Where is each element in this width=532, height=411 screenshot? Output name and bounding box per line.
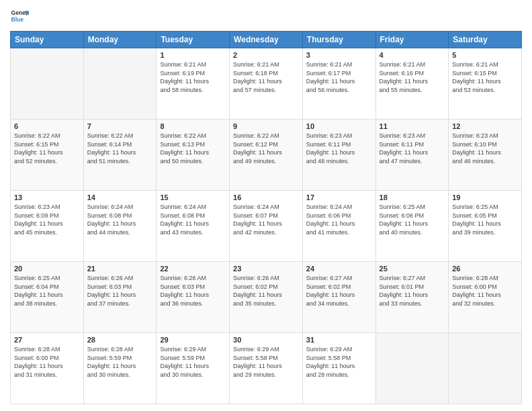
day-number: 14: [87, 193, 153, 201]
calendar-cell: 22Sunrise: 6:26 AMSunset: 6:03 PMDayligh…: [157, 262, 230, 333]
day-info: Sunrise: 6:23 AMSunset: 6:10 PMDaylight:…: [452, 132, 518, 165]
calendar-cell: 11Sunrise: 6:23 AMSunset: 6:11 PMDayligh…: [375, 120, 449, 191]
day-header-thursday: Thursday: [302, 32, 375, 48]
day-number: 6: [14, 122, 80, 130]
day-info: Sunrise: 6:27 AMSunset: 6:01 PMDaylight:…: [380, 274, 445, 308]
calendar-week-row: 6Sunrise: 6:22 AMSunset: 6:15 PMDaylight…: [11, 120, 522, 191]
day-info: Sunrise: 6:23 AMSunset: 6:11 PMDaylight:…: [380, 132, 445, 165]
calendar-cell: 10Sunrise: 6:23 AMSunset: 6:11 PMDayligh…: [302, 120, 375, 191]
calendar-cell: [83, 48, 157, 120]
calendar-cell: 9Sunrise: 6:22 AMSunset: 6:12 PMDaylight…: [230, 120, 303, 191]
calendar-cell: 1Sunrise: 6:21 AMSunset: 6:19 PMDaylight…: [157, 48, 230, 120]
day-info: Sunrise: 6:21 AMSunset: 6:19 PMDaylight:…: [160, 60, 226, 94]
day-number: 16: [233, 193, 299, 201]
calendar-cell: 2Sunrise: 6:21 AMSunset: 6:18 PMDaylight…: [230, 48, 303, 120]
day-info: Sunrise: 6:23 AMSunset: 6:09 PMDaylight:…: [14, 203, 80, 236]
day-number: 12: [452, 122, 518, 130]
logo: General Blue: [10, 7, 29, 26]
calendar-cell: [375, 333, 449, 404]
day-number: 26: [452, 265, 518, 273]
calendar-cell: 17Sunrise: 6:24 AMSunset: 6:06 PMDayligh…: [302, 191, 375, 262]
day-number: 11: [380, 122, 445, 130]
day-number: 31: [306, 336, 372, 344]
day-info: Sunrise: 6:26 AMSunset: 6:03 PMDaylight:…: [87, 274, 153, 308]
calendar-cell: 7Sunrise: 6:22 AMSunset: 6:14 PMDaylight…: [83, 120, 157, 191]
generalblue-logo-icon: General Blue: [10, 7, 29, 26]
calendar-cell: 18Sunrise: 6:25 AMSunset: 6:06 PMDayligh…: [375, 191, 449, 262]
day-info: Sunrise: 6:21 AMSunset: 6:15 PMDaylight:…: [452, 60, 518, 94]
day-number: 30: [233, 336, 299, 344]
calendar-week-row: 27Sunrise: 6:28 AMSunset: 6:00 PMDayligh…: [11, 333, 522, 404]
day-number: 22: [160, 265, 226, 273]
calendar-cell: 12Sunrise: 6:23 AMSunset: 6:10 PMDayligh…: [449, 120, 522, 191]
day-info: Sunrise: 6:28 AMSunset: 5:59 PMDaylight:…: [87, 345, 153, 379]
day-number: 3: [306, 51, 372, 59]
calendar-cell: 31Sunrise: 6:29 AMSunset: 5:58 PMDayligh…: [302, 333, 375, 404]
calendar-week-row: 20Sunrise: 6:25 AMSunset: 6:04 PMDayligh…: [11, 262, 522, 333]
calendar-cell: 13Sunrise: 6:23 AMSunset: 6:09 PMDayligh…: [11, 191, 84, 262]
day-number: 9: [233, 122, 299, 130]
calendar-cell: [11, 48, 84, 120]
calendar-cell: 3Sunrise: 6:21 AMSunset: 6:17 PMDaylight…: [302, 48, 375, 120]
day-number: 7: [87, 122, 153, 130]
day-number: 20: [14, 265, 80, 273]
day-header-sunday: Sunday: [11, 32, 84, 48]
day-info: Sunrise: 6:22 AMSunset: 6:14 PMDaylight:…: [87, 132, 153, 165]
day-info: Sunrise: 6:21 AMSunset: 6:16 PMDaylight:…: [380, 60, 445, 94]
day-header-friday: Friday: [375, 32, 449, 48]
calendar-cell: 27Sunrise: 6:28 AMSunset: 6:00 PMDayligh…: [11, 333, 84, 404]
calendar-cell: 23Sunrise: 6:26 AMSunset: 6:02 PMDayligh…: [230, 262, 303, 333]
calendar-cell: 8Sunrise: 6:22 AMSunset: 6:13 PMDaylight…: [157, 120, 230, 191]
calendar-cell: 19Sunrise: 6:25 AMSunset: 6:05 PMDayligh…: [449, 191, 522, 262]
calendar-cell: 20Sunrise: 6:25 AMSunset: 6:04 PMDayligh…: [11, 262, 84, 333]
day-info: Sunrise: 6:21 AMSunset: 6:18 PMDaylight:…: [233, 60, 299, 94]
day-info: Sunrise: 6:22 AMSunset: 6:15 PMDaylight:…: [14, 132, 80, 165]
calendar-cell: 5Sunrise: 6:21 AMSunset: 6:15 PMDaylight…: [449, 48, 522, 120]
day-info: Sunrise: 6:25 AMSunset: 6:06 PMDaylight:…: [380, 203, 445, 236]
day-info: Sunrise: 6:24 AMSunset: 6:08 PMDaylight:…: [87, 203, 153, 236]
calendar-cell: 21Sunrise: 6:26 AMSunset: 6:03 PMDayligh…: [83, 262, 157, 333]
calendar-cell: 14Sunrise: 6:24 AMSunset: 6:08 PMDayligh…: [83, 191, 157, 262]
day-number: 5: [452, 51, 518, 59]
svg-text:Blue: Blue: [11, 16, 24, 23]
day-number: 19: [452, 193, 518, 201]
calendar-cell: 25Sunrise: 6:27 AMSunset: 6:01 PMDayligh…: [375, 262, 449, 333]
day-number: 18: [380, 193, 445, 201]
day-number: 1: [160, 51, 226, 59]
calendar-cell: 16Sunrise: 6:24 AMSunset: 6:07 PMDayligh…: [230, 191, 303, 262]
day-number: 13: [14, 193, 80, 201]
calendar-cell: 29Sunrise: 6:29 AMSunset: 5:59 PMDayligh…: [157, 333, 230, 404]
day-number: 4: [380, 51, 445, 59]
day-info: Sunrise: 6:28 AMSunset: 6:00 PMDaylight:…: [452, 274, 518, 308]
day-number: 23: [233, 265, 299, 273]
day-info: Sunrise: 6:29 AMSunset: 5:59 PMDaylight:…: [160, 345, 226, 379]
day-number: 28: [87, 336, 153, 344]
day-number: 27: [14, 336, 80, 344]
day-info: Sunrise: 6:23 AMSunset: 6:11 PMDaylight:…: [306, 132, 372, 165]
day-info: Sunrise: 6:24 AMSunset: 6:07 PMDaylight:…: [233, 203, 299, 236]
day-number: 10: [306, 122, 372, 130]
calendar-week-row: 13Sunrise: 6:23 AMSunset: 6:09 PMDayligh…: [11, 191, 522, 262]
calendar-cell: [449, 333, 522, 404]
day-number: 8: [160, 122, 226, 130]
page: General Blue SundayMondayTuesdayWednesda…: [0, 0, 532, 411]
day-info: Sunrise: 6:29 AMSunset: 5:58 PMDaylight:…: [233, 345, 299, 379]
day-number: 2: [233, 51, 299, 59]
day-info: Sunrise: 6:24 AMSunset: 6:06 PMDaylight:…: [306, 203, 372, 236]
day-number: 24: [306, 265, 372, 273]
day-info: Sunrise: 6:26 AMSunset: 6:03 PMDaylight:…: [160, 274, 226, 308]
calendar-cell: 6Sunrise: 6:22 AMSunset: 6:15 PMDaylight…: [11, 120, 84, 191]
day-header-tuesday: Tuesday: [157, 32, 230, 48]
day-info: Sunrise: 6:24 AMSunset: 6:08 PMDaylight:…: [160, 203, 226, 236]
day-number: 29: [160, 336, 226, 344]
calendar-cell: 24Sunrise: 6:27 AMSunset: 6:02 PMDayligh…: [302, 262, 375, 333]
day-info: Sunrise: 6:26 AMSunset: 6:02 PMDaylight:…: [233, 274, 299, 308]
day-info: Sunrise: 6:25 AMSunset: 6:04 PMDaylight:…: [14, 274, 80, 308]
calendar-cell: 26Sunrise: 6:28 AMSunset: 6:00 PMDayligh…: [449, 262, 522, 333]
day-info: Sunrise: 6:25 AMSunset: 6:05 PMDaylight:…: [452, 203, 518, 236]
calendar-table: SundayMondayTuesdayWednesdayThursdayFrid…: [10, 31, 522, 404]
day-header-saturday: Saturday: [449, 32, 522, 48]
calendar-cell: 30Sunrise: 6:29 AMSunset: 5:58 PMDayligh…: [230, 333, 303, 404]
day-info: Sunrise: 6:28 AMSunset: 6:00 PMDaylight:…: [14, 345, 80, 379]
day-info: Sunrise: 6:21 AMSunset: 6:17 PMDaylight:…: [306, 60, 372, 94]
